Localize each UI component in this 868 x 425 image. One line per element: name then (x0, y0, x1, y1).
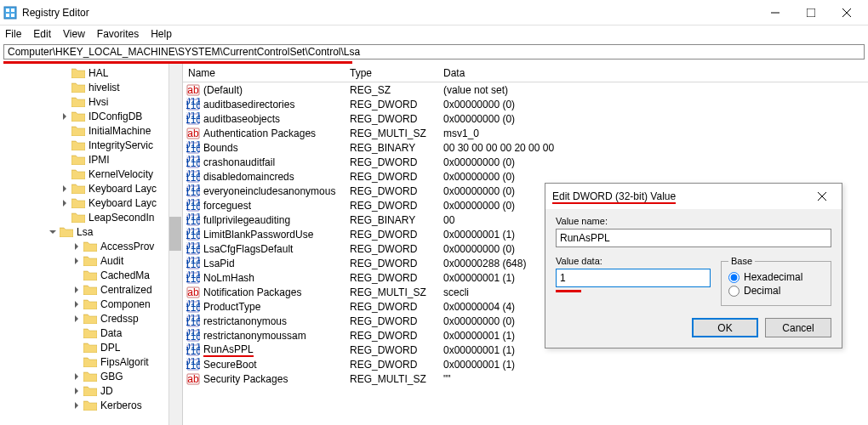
svg-text:110: 110 (186, 244, 200, 256)
folder-icon (83, 356, 97, 367)
value-name: restrictanonymoussam (203, 330, 306, 342)
list-row[interactable]: abSecurity PackagesREG_MULTI_SZ"" (183, 371, 868, 386)
tree-item[interactable]: Audit (0, 253, 182, 268)
tree-spacer (60, 97, 70, 107)
chevron-right-icon[interactable] (71, 386, 82, 396)
tree-item[interactable]: IntegrityServic (0, 138, 182, 152)
value-name: NoLmHash (203, 272, 254, 284)
col-type[interactable]: Type (345, 67, 438, 79)
tree-item[interactable]: Centralized (0, 282, 182, 297)
col-name[interactable]: Name (183, 67, 345, 79)
value-data: 00 30 00 00 00 20 00 00 (438, 142, 868, 154)
value-data-field[interactable] (556, 269, 711, 287)
tree-item[interactable]: HAL (0, 65, 182, 80)
chevron-right-icon[interactable] (71, 285, 82, 295)
ok-button[interactable]: OK (692, 318, 758, 337)
chevron-down-icon[interactable] (48, 227, 58, 237)
value-name: forceguest (203, 200, 251, 212)
tree-item[interactable]: CachedMa (0, 268, 182, 282)
chevron-right-icon[interactable] (71, 400, 82, 411)
folder-icon (83, 327, 97, 338)
chevron-right-icon[interactable] (60, 198, 70, 208)
chevron-right-icon[interactable] (60, 184, 70, 194)
tree-item[interactable]: DPL (0, 340, 182, 354)
tree-item[interactable]: Hvsi (0, 94, 182, 109)
value-type: REG_SZ (345, 84, 438, 96)
value-data: 0x00000000 (0) (438, 171, 868, 183)
tree-item[interactable]: AccessProv (0, 239, 182, 253)
chevron-right-icon[interactable] (71, 241, 82, 252)
menu-file[interactable]: File (5, 28, 21, 40)
string-value-icon: ab (186, 127, 200, 140)
list-row[interactable]: 011110SecureBootREG_DWORD0x00000001 (1) (183, 357, 868, 371)
tree-item[interactable]: Lsa (0, 224, 182, 239)
list-row[interactable]: 011110auditbaseobjectsREG_DWORD0x0000000… (183, 111, 868, 126)
menu-favorites[interactable]: Favorites (97, 28, 139, 40)
value-name: SecureBoot (203, 359, 257, 371)
chevron-right-icon[interactable] (71, 299, 82, 309)
dialog-title: Edit DWORD (32-bit) Value (552, 190, 676, 204)
tree-item[interactable]: hivelist (0, 80, 182, 94)
binary-value-icon: 011110 (186, 170, 200, 184)
minimize-button[interactable] (757, 1, 793, 25)
tree-item[interactable]: FipsAlgorit (0, 354, 182, 369)
binary-value-icon: 011110 (186, 213, 200, 227)
tree-item[interactable]: Componen (0, 297, 182, 311)
address-input[interactable] (3, 44, 865, 60)
chevron-right-icon[interactable] (71, 371, 82, 382)
radio-dec[interactable] (728, 286, 740, 297)
tree-item-label: IntegrityServic (89, 139, 153, 151)
list-row[interactable]: abAuthentication PackagesREG_MULTI_SZmsv… (183, 126, 868, 140)
tree-item[interactable]: Data (0, 326, 182, 340)
tree-item[interactable]: GBG (0, 369, 182, 383)
value-type: REG_MULTI_SZ (345, 373, 438, 385)
close-button[interactable] (829, 1, 865, 25)
chevron-right-icon[interactable] (60, 111, 70, 122)
tree-item[interactable]: Keyboard Layc (0, 181, 182, 196)
value-type: REG_DWORD (345, 113, 438, 125)
value-name-field[interactable] (556, 229, 831, 247)
chevron-right-icon[interactable] (71, 256, 82, 266)
col-data[interactable]: Data (438, 67, 868, 79)
tree-item[interactable]: IDConfigDB (0, 109, 182, 123)
tree-item-label: InitialMachine (89, 125, 151, 137)
value-name: fullprivilegeauditing (203, 214, 290, 226)
folder-icon (71, 82, 85, 93)
tree-item[interactable]: JD (0, 383, 182, 398)
list-row[interactable]: 011110BoundsREG_BINARY00 30 00 00 00 20 … (183, 140, 868, 155)
menu-help[interactable]: Help (151, 28, 172, 40)
tree-item-label: DPL (100, 342, 120, 354)
folder-icon (60, 226, 73, 237)
tree-item[interactable]: Credssp (0, 311, 182, 326)
list-row[interactable]: 011110crashonauditfailREG_DWORD0x0000000… (183, 155, 868, 169)
menu-edit[interactable]: Edit (33, 28, 51, 40)
chevron-right-icon[interactable] (71, 314, 82, 324)
tree-item-label: CachedMa (100, 269, 150, 281)
folder-icon (71, 168, 85, 179)
tree-spacer (60, 126, 70, 136)
maximize-button[interactable] (793, 1, 829, 25)
list-row[interactable]: ab(Default)REG_SZ(value not set) (183, 82, 868, 97)
tree-view[interactable]: HALhivelistHvsiIDConfigDBInitialMachineI… (0, 64, 183, 425)
tree-item[interactable]: IPMI (0, 152, 182, 167)
folder-icon (71, 67, 85, 78)
binary-value-icon: 011110 (186, 228, 200, 241)
dialog-close-button[interactable] (809, 185, 835, 207)
menu-view[interactable]: View (63, 28, 85, 40)
tree-item[interactable]: Kerberos (0, 398, 182, 412)
cancel-button[interactable]: Cancel (765, 318, 831, 337)
tree-item[interactable]: Keyboard Layc (0, 196, 182, 210)
tree-scroll-thumb[interactable] (169, 217, 181, 251)
tree-item[interactable]: LeapSecondIn (0, 210, 182, 224)
value-type: REG_DWORD (345, 99, 438, 110)
radio-hex[interactable] (728, 272, 740, 283)
binary-value-icon: 011110 (186, 257, 200, 270)
folder-icon (83, 342, 97, 353)
list-row[interactable]: 011110auditbasedirectoriesREG_DWORD0x000… (183, 97, 868, 111)
tree-item[interactable]: InitialMachine (0, 123, 182, 138)
folder-icon (83, 313, 97, 324)
tree-item[interactable]: KernelVelocity (0, 167, 182, 181)
tree-item-label: Data (100, 327, 122, 339)
list-row[interactable]: 011110disabledomaincredsREG_DWORD0x00000… (183, 169, 868, 184)
binary-value-icon: 011110 (186, 98, 200, 111)
